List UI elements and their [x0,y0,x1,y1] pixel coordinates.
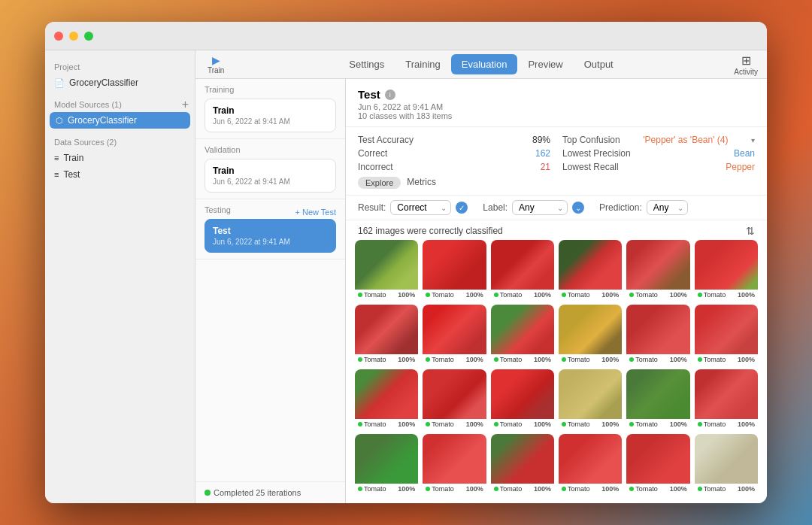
image-card[interactable]: Tomato 100% [423,434,486,494]
image-bg [355,240,418,290]
image-card[interactable]: Tomato 100% [355,434,418,494]
metrics-button[interactable]: Metrics [407,175,436,189]
lowest-precision-value[interactable]: Bean [734,148,755,159]
image-card[interactable]: Tomato 100% [491,369,554,429]
image-label-row: Tomato 100% [695,419,758,429]
image-label-row: Tomato 100% [423,419,486,429]
sidebar-item-grocery-classifier[interactable]: ⬡ GroceryClassifier [50,112,190,129]
image-card[interactable]: Tomato 100% [695,305,758,365]
image-label-row: Tomato 100% [355,354,418,365]
image-thumb [626,240,689,290]
close-button[interactable] [54,32,63,41]
image-card[interactable]: Tomato 100% [559,240,622,300]
add-model-source-button[interactable]: + [182,98,195,111]
tab-output[interactable]: Output [574,54,624,74]
train-button-area[interactable]: ▶ Train [208,54,224,74]
prediction-select[interactable]: Any [647,200,688,215]
image-card[interactable]: Tomato 100% [559,369,622,429]
tab-training[interactable]: Training [395,54,450,74]
image-thumb [355,305,418,354]
top-confusion-value[interactable]: 'Pepper' as 'Bean' (4) [643,135,728,145]
training-section-title: Training [205,85,336,94]
info-icon[interactable]: i [385,90,395,100]
new-test-button[interactable]: + New Test [295,208,336,217]
correct-dot [358,357,362,362]
main-content: Test i Jun 6, 2022 at 9:41 AM 10 classes… [346,79,767,503]
image-card[interactable]: Tomato 100% [491,305,554,365]
image-card[interactable]: Tomato 100% [559,434,622,494]
minimize-button[interactable] [69,32,78,41]
result-dropdown-icon: ✓ [456,202,468,214]
stat-incorrect: Incorrect 21 [358,160,550,174]
activity-icon: ⊞ [741,53,751,68]
image-card[interactable]: Tomato 100% [626,240,689,300]
image-label-row: Tomato 100% [423,290,486,300]
image-label: Tomato [698,485,726,493]
image-thumb [559,434,622,484]
correct-value: 162 [535,148,550,159]
image-label-text: Tomato [635,485,658,493]
image-label-text: Tomato [635,356,658,363]
image-card[interactable]: Tomato 100% [355,240,418,300]
image-card[interactable]: Tomato 100% [695,240,758,300]
image-card[interactable]: Tomato 100% [423,240,486,300]
image-card[interactable]: Tomato 100% [491,434,554,494]
train-label: Train [208,66,224,74]
toolbar: ▶ Train Settings Training Evaluation Pre… [195,50,767,79]
sidebar-item-train[interactable]: ≡ Train [45,150,195,166]
image-bg [626,369,689,419]
lowest-recall-value[interactable]: Pepper [726,162,755,172]
image-card[interactable]: Tomato 100% [626,434,689,494]
image-label-text: Tomato [568,291,590,299]
tab-preview[interactable]: Preview [517,54,573,74]
image-bg [355,369,418,419]
image-thumb [559,305,622,354]
image-label-row: Tomato 100% [491,290,554,300]
image-label-row: Tomato 100% [626,419,689,429]
sidebar-item-project[interactable]: 📄 GroceryClassifier [45,74,195,91]
explore-button[interactable]: Explore [358,177,401,189]
tab-settings[interactable]: Settings [338,54,395,74]
sidebar-item-test[interactable]: ≡ Test [45,166,195,183]
image-pct: 100% [738,420,755,428]
image-thumb [491,369,554,419]
image-card[interactable]: Tomato 100% [559,305,622,365]
image-card[interactable]: Tomato 100% [423,369,486,429]
image-card[interactable]: Tomato 100% [355,369,418,429]
validation-item-title: Train [213,165,328,176]
validation-item[interactable]: Train Jun 6, 2022 at 9:41 AM [205,159,336,193]
image-card[interactable]: Tomato 100% [423,305,486,365]
image-thumb [355,240,418,290]
image-card[interactable]: Tomato 100% [695,369,758,429]
data-test-label: Test [63,169,80,180]
training-item[interactable]: Train Jun 6, 2022 at 9:41 AM [205,99,336,132]
image-label-row: Tomato 100% [559,354,622,365]
image-label-text: Tomato [432,420,454,428]
image-label: Tomato [426,291,454,299]
image-card[interactable]: Tomato 100% [355,305,418,365]
image-thumb [355,369,418,419]
label-select[interactable]: Any Tomato Pepper [512,200,568,215]
sort-button[interactable]: ⇅ [746,225,755,237]
image-label: Tomato [358,485,386,493]
image-label-text: Tomato [500,485,523,493]
result-select[interactable]: Correct Incorrect All [390,200,451,215]
image-card[interactable]: Tomato 100% [626,305,689,365]
activity-button[interactable]: ⊞ Activity [734,53,758,76]
test-item[interactable]: Test Jun 6, 2022 at 9:41 AM [205,219,336,253]
image-pct: 100% [738,485,755,493]
validation-section: Validation Train Jun 6, 2022 at 9:41 AM [195,139,345,199]
image-label-text: Tomato [432,356,454,363]
image-card[interactable]: Tomato 100% [626,369,689,429]
tab-evaluation[interactable]: Evaluation [451,54,518,74]
image-card[interactable]: Tomato 100% [695,434,758,494]
prediction-filter-label: Prediction: [599,202,642,213]
image-card[interactable]: Tomato 100% [491,240,554,300]
image-thumb [695,305,758,354]
image-pct: 100% [466,485,483,493]
image-label-row: Tomato 100% [695,290,758,300]
image-pct: 100% [534,291,551,299]
image-label-text: Tomato [704,420,726,428]
maximize-button[interactable] [84,32,93,41]
image-label: Tomato [629,485,658,493]
